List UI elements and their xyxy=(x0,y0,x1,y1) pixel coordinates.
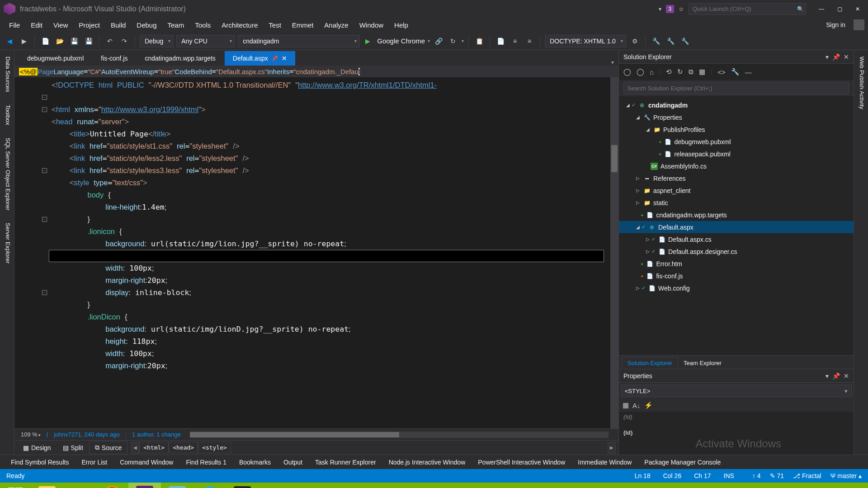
menu-debug[interactable]: Debug xyxy=(131,19,162,31)
horizontal-scrollbar[interactable] xyxy=(190,432,609,438)
close-button[interactable]: ✕ xyxy=(851,4,864,14)
start-button[interactable]: ▶ xyxy=(363,35,374,47)
btab-0[interactable]: Find Symbol Results xyxy=(5,456,75,468)
menu-analyze[interactable]: Analyze xyxy=(319,19,354,31)
status-publish[interactable]: ↑ 4 xyxy=(752,472,761,479)
pin-icon[interactable]: 📌 xyxy=(832,372,840,380)
avatar-icon[interactable] xyxy=(854,19,864,30)
status-branch[interactable]: Ψ master ▴ xyxy=(830,472,862,479)
status-changes[interactable]: ✎ 71 xyxy=(770,472,784,479)
tree-defaultcs[interactable]: ▷✓📄Default.aspx.cs xyxy=(619,233,854,245)
status-repo[interactable]: ⎇ Fractal xyxy=(793,472,821,479)
tree-static[interactable]: ▷📁static xyxy=(619,197,854,209)
view-design[interactable]: ▦Design xyxy=(17,441,57,454)
pin-icon[interactable]: 📌 xyxy=(832,53,840,61)
task-ie[interactable]: ⓔ xyxy=(63,483,96,488)
code-editor[interactable]: − − − − − <!DOCTYPE html PUBLIC "-//W3C/… xyxy=(14,77,618,428)
indent-button[interactable]: ≡ xyxy=(509,35,521,47)
menu-view[interactable]: View xyxy=(48,19,73,31)
tool-button-4[interactable]: 🔧 xyxy=(650,35,662,47)
tree-project[interactable]: ◢✓⊕cndatingadm xyxy=(619,99,854,111)
task-notepad[interactable]: 📝 xyxy=(161,483,193,488)
crumb-next[interactable]: ▶ xyxy=(608,442,616,454)
menu-help[interactable]: Help xyxy=(389,19,414,31)
se-collapse-icon[interactable]: ⧉ xyxy=(689,68,693,76)
panel-dropdown-icon[interactable]: ▾ xyxy=(826,372,829,380)
view-source[interactable]: ⧉Source xyxy=(89,441,127,454)
menu-edit[interactable]: Edit xyxy=(25,19,48,31)
properties-combo[interactable]: <STYLE> xyxy=(621,385,852,397)
menu-test[interactable]: Test xyxy=(263,19,287,31)
menu-emmet[interactable]: Emmet xyxy=(287,19,319,31)
tab-sql-explorer[interactable]: SQL Server Object Explorer xyxy=(0,131,14,217)
doc-tab-1[interactable]: fis-conf.js xyxy=(93,51,136,66)
btab-6[interactable]: Task Runner Explorer xyxy=(309,456,382,468)
fold-icon[interactable]: − xyxy=(42,95,47,100)
task-explorer[interactable]: 📁 xyxy=(31,483,63,488)
btab-9[interactable]: Immediate Window xyxy=(571,456,638,468)
sign-in-link[interactable]: Sign in xyxy=(821,19,851,30)
tree-webconfig[interactable]: ▷✓📄Web.config xyxy=(619,282,854,294)
btab-1[interactable]: Error List xyxy=(75,456,113,468)
vertical-scrollbar[interactable] xyxy=(610,77,618,428)
task-chrome[interactable] xyxy=(96,483,128,488)
feedback-icon[interactable]: ☺ xyxy=(679,6,684,12)
doctype-dropdown[interactable]: DOCTYPE: XHTML 1.0 xyxy=(545,35,626,47)
task-vs[interactable]: ∞ xyxy=(128,483,161,488)
breadcrumb-0[interactable]: <html> xyxy=(139,442,169,453)
breadcrumb-1[interactable]: <head> xyxy=(169,442,198,453)
tree-default[interactable]: ◢✓⊕Default.aspx xyxy=(619,221,854,233)
pin-icon[interactable]: 📌 xyxy=(272,56,278,61)
outdent-button[interactable]: ≡ xyxy=(524,35,535,47)
platform-dropdown[interactable]: Any CPU xyxy=(176,35,235,47)
doc-tab-2[interactable]: cndatingadm.wpp.targets xyxy=(137,51,223,66)
close-panel-icon[interactable]: ✕ xyxy=(844,53,849,61)
props-events-icon[interactable]: ⚡ xyxy=(644,401,653,409)
view-split[interactable]: ▤Split xyxy=(57,441,89,454)
menu-tools[interactable]: Tools xyxy=(189,19,216,31)
quick-launch-input[interactable] xyxy=(689,3,806,15)
task-cmd[interactable]: ▌ xyxy=(226,483,259,488)
tab-toolbox[interactable]: Toolbox xyxy=(0,99,14,131)
se-sync-icon[interactable]: ⟲ xyxy=(666,68,672,76)
browser-label[interactable]: Google Chrome xyxy=(377,37,425,45)
changes-info[interactable]: 1 author, 1 change xyxy=(132,431,181,438)
tool-button-1[interactable]: 📋 xyxy=(473,35,485,47)
close-panel-icon[interactable]: ✕ xyxy=(844,372,849,380)
tree-assembly[interactable]: C#AssemblyInfo.cs xyxy=(619,160,854,172)
tree-error[interactable]: +📄Error.htm xyxy=(619,258,854,270)
crumb-prev[interactable]: ◀ xyxy=(131,442,139,454)
open-button[interactable]: 📂 xyxy=(54,35,66,47)
tool-button-3[interactable]: ⚙ xyxy=(629,35,641,47)
task-help[interactable]: ? xyxy=(193,483,226,488)
save-button[interactable]: 💾 xyxy=(68,35,80,47)
blame-info[interactable]: johnx7271, 240 days ago xyxy=(54,431,119,438)
tool-button-5[interactable]: 🔧 xyxy=(665,35,676,47)
menu-file[interactable]: File xyxy=(4,19,25,31)
btab-7[interactable]: Node.js Interactive Window xyxy=(382,456,472,468)
fold-icon[interactable]: − xyxy=(42,107,47,112)
save-all-button[interactable]: 💾 xyxy=(83,35,94,47)
tree-publishprofiles[interactable]: ◢📁PublishProfiles xyxy=(619,123,854,136)
flag-icon[interactable]: ▾ xyxy=(659,6,661,12)
menu-architecture[interactable]: Architecture xyxy=(216,19,263,31)
zoom-dropdown[interactable]: 109 % xyxy=(21,431,41,438)
config-dropdown[interactable]: Debug xyxy=(140,35,174,47)
tree-properties[interactable]: ◢🔧Properties xyxy=(619,111,854,123)
fold-icon[interactable]: − xyxy=(42,290,47,295)
menu-window[interactable]: Window xyxy=(354,19,389,31)
btab-3[interactable]: Find Results 1 xyxy=(179,456,232,468)
breadcrumb-2[interactable]: <style> xyxy=(198,442,231,453)
menu-team[interactable]: Team xyxy=(162,19,190,31)
tree-aspnet[interactable]: ▷📁aspnet_client xyxy=(619,184,854,197)
tabs-overflow-icon[interactable]: ▾ xyxy=(611,59,614,66)
minimize-button[interactable]: — xyxy=(815,4,828,14)
btab-8[interactable]: PowerShell Interactive Window xyxy=(472,456,571,468)
se-fwd-icon[interactable]: ◯ xyxy=(637,68,644,76)
startup-dropdown[interactable]: cndatingadm xyxy=(238,35,360,47)
tree-pub1[interactable]: +📄debugmweb.pubxml xyxy=(619,136,854,148)
nav-fwd-button[interactable]: ▶ xyxy=(18,35,30,47)
tree-fis[interactable]: +📄fis-conf.js xyxy=(619,270,854,282)
maximize-button[interactable]: ▢ xyxy=(833,4,846,14)
se-back-icon[interactable]: ◯ xyxy=(623,68,631,76)
